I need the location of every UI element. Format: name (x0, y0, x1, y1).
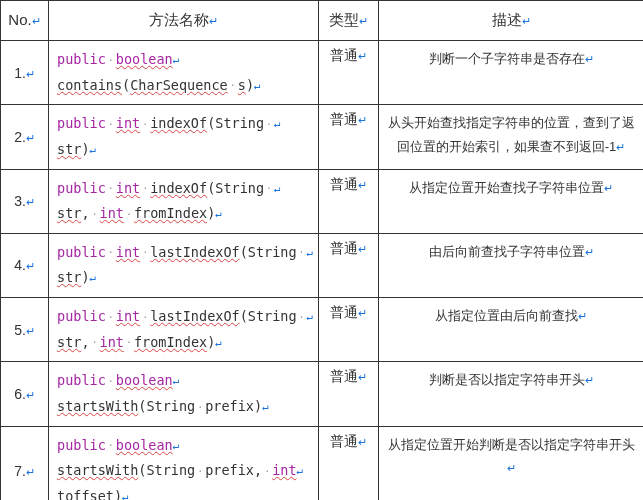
enter-icon: ↵ (209, 15, 218, 27)
method-type: 普通↵ (319, 362, 379, 426)
row-number: 5.↵ (1, 298, 49, 362)
method-type: 普通↵ (319, 105, 379, 169)
method-description: 判断一个子字符串是否存在↵ (379, 41, 644, 105)
method-type: 普通↵ (319, 298, 379, 362)
method-type: 普通↵ (319, 233, 379, 297)
table-body: 1.↵public·boolean↵contains(CharSequence·… (1, 41, 644, 501)
method-description: 从头开始查找指定字符串的位置，查到了返回位置的开始索引，如果查不到返回-1↵ (379, 105, 644, 169)
table-row: 4.↵public·int·lastIndexOf(String·↵str)↵普… (1, 233, 644, 297)
method-type: 普通↵ (319, 426, 379, 500)
method-signature: public·int·indexOf(String·↵str)↵ (49, 105, 319, 169)
row-number: 7.↵ (1, 426, 49, 500)
header-type: 类型↵ (319, 1, 379, 41)
method-description: 从指定位置开始判断是否以指定字符串开头↵ (379, 426, 644, 500)
method-signature: public·boolean↵startsWith(String·prefix,… (49, 426, 319, 500)
header-method: 方法名称↵ (49, 1, 319, 41)
table-row: 7.↵public·boolean↵startsWith(String·pref… (1, 426, 644, 500)
table-row: 2.↵public·int·indexOf(String·↵str)↵普通↵从头… (1, 105, 644, 169)
enter-icon: ↵ (32, 15, 41, 27)
row-number: 2.↵ (1, 105, 49, 169)
method-signature: public·boolean↵contains(CharSequence·s)↵ (49, 41, 319, 105)
method-type: 普通↵ (319, 41, 379, 105)
row-number: 6.↵ (1, 362, 49, 426)
header-desc: 描述↵ (379, 1, 644, 41)
method-signature: public·boolean↵startsWith(String·prefix)… (49, 362, 319, 426)
table-row: 5.↵public·int·lastIndexOf(String·↵str,·i… (1, 298, 644, 362)
row-number: 1.↵ (1, 41, 49, 105)
row-number: 3.↵ (1, 169, 49, 233)
enter-icon: ↵ (359, 15, 368, 27)
row-number: 4.↵ (1, 233, 49, 297)
method-description: 判断是否以指定字符串开头↵ (379, 362, 644, 426)
method-signature: public·int·lastIndexOf(String·↵str)↵ (49, 233, 319, 297)
table-row: 6.↵public·boolean↵startsWith(String·pref… (1, 362, 644, 426)
enter-icon: ↵ (522, 15, 531, 27)
table-row: 1.↵public·boolean↵contains(CharSequence·… (1, 41, 644, 105)
method-signature: public·int·lastIndexOf(String·↵str,·int·… (49, 298, 319, 362)
method-description: 从指定位置由后向前查找↵ (379, 298, 644, 362)
method-type: 普通↵ (319, 169, 379, 233)
method-signature: public·int·indexOf(String·↵str,·int·from… (49, 169, 319, 233)
method-description: 由后向前查找子字符串位置↵ (379, 233, 644, 297)
methods-table: No.↵ 方法名称↵ 类型↵ 描述↵ 1.↵public·boolean↵con… (0, 0, 643, 500)
header-no: No.↵ (1, 1, 49, 41)
table-row: 3.↵public·int·indexOf(String·↵str,·int·f… (1, 169, 644, 233)
header-row: No.↵ 方法名称↵ 类型↵ 描述↵ (1, 1, 644, 41)
method-description: 从指定位置开始查找子字符串位置↵ (379, 169, 644, 233)
